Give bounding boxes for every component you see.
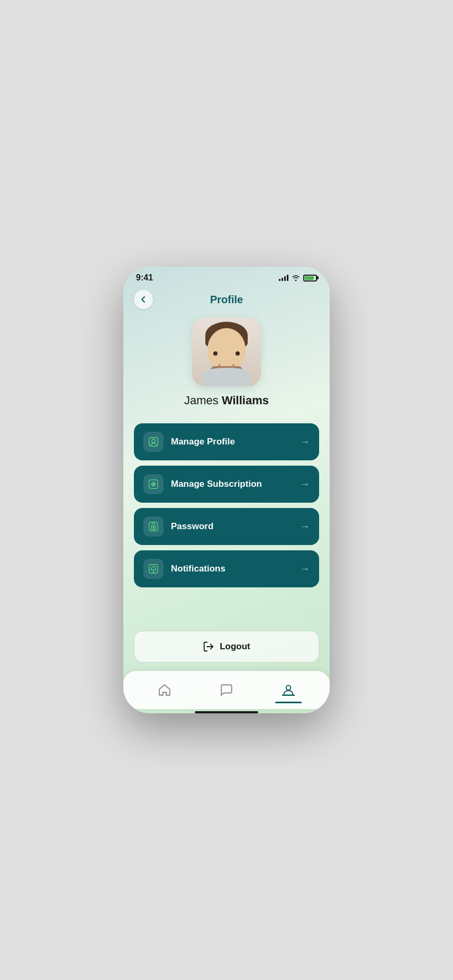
avatar-face [192,317,261,386]
avatar [192,317,261,386]
manage-subscription-label: Manage Subscription [171,479,293,489]
manage-profile-label: Manage Profile [171,437,293,447]
logout-icon [203,641,214,652]
svg-point-9 [286,685,291,690]
status-icons [279,275,317,282]
logout-button[interactable]: Logout [134,631,319,663]
last-name: Williams [222,394,269,407]
back-arrow-icon [139,295,148,304]
svg-point-4 [153,484,155,485]
password-button[interactable]: Password → [134,508,319,545]
nav-home[interactable] [145,679,184,701]
nav-active-indicator [275,702,302,703]
first-name: James [184,394,222,407]
svg-point-1 [152,439,155,442]
manage-subscription-button[interactable]: Manage Subscription → [134,466,319,503]
back-button[interactable] [134,290,153,309]
password-label: Password [171,521,293,532]
status-time: 9:41 [136,273,153,283]
home-icon-wrap [153,682,176,698]
lock-icon [148,521,159,532]
svg-point-7 [153,527,154,528]
notifications-arrow: → [300,564,310,575]
manage-subscription-arrow: → [300,479,310,490]
chat-icon [220,683,233,697]
profile-name: James Williams [184,394,269,407]
password-arrow: → [300,521,310,532]
home-icon [158,683,171,697]
profile-section: James Williams [123,311,330,418]
menu-section: Manage Profile → Manage Subscription → [123,418,330,625]
notifications-label: Notifications [171,564,293,574]
phone-frame: 9:41 [123,267,330,713]
battery-icon [303,275,317,282]
logout-section: Logout [123,625,330,671]
signal-icon [279,275,288,281]
password-icon-wrapper [143,516,164,537]
page-title: Profile [210,294,243,306]
notifications-button[interactable]: Notifications → [134,550,319,587]
manage-profile-icon-wrapper [143,432,164,452]
logout-label: Logout [220,641,250,652]
header: Profile [123,286,330,311]
notifications-icon-wrapper [143,559,164,579]
manage-subscription-icon-wrapper [143,474,164,494]
bottom-nav [123,671,330,709]
profile-icon-wrap [277,682,300,698]
subscription-icon [148,478,159,490]
screen: 9:41 [123,267,330,713]
person-icon [148,436,159,448]
manage-profile-arrow: → [300,437,310,448]
nav-chat[interactable] [207,679,246,701]
nav-profile[interactable] [269,679,308,701]
home-indicator [195,711,258,713]
status-bar: 9:41 [123,267,330,286]
chat-icon-wrap [215,682,238,698]
bell-icon [148,563,159,575]
manage-profile-button[interactable]: Manage Profile → [134,423,319,460]
profile-nav-icon [282,683,295,697]
wifi-icon [292,275,300,281]
